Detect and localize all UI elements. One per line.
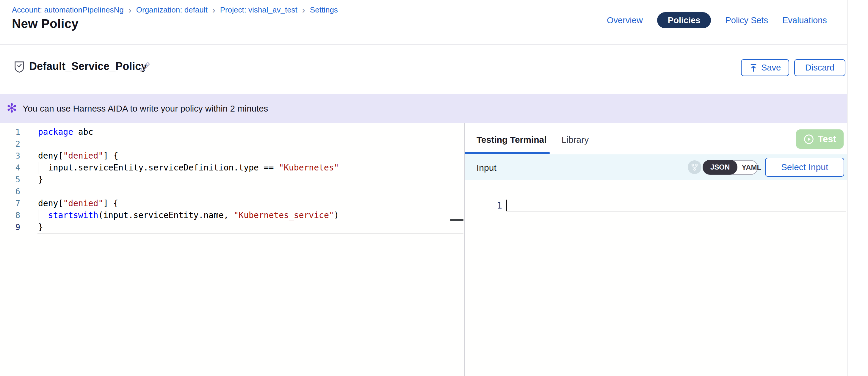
line-number: 3 — [0, 150, 20, 162]
tab-evaluations[interactable]: Evaluations — [782, 15, 827, 25]
line-number: 2 — [0, 138, 20, 150]
policy-nav-tabs: Overview Policies Policy Sets Evaluation… — [607, 12, 827, 29]
save-button[interactable]: Save — [741, 59, 789, 76]
branch-icon[interactable] — [688, 160, 702, 174]
testing-panel-tabs: Testing Terminal Library — [476, 130, 589, 149]
line-number: 5 — [0, 174, 20, 186]
breadcrumb-settings[interactable]: Settings — [310, 5, 338, 14]
chevron-right-icon: › — [212, 6, 215, 14]
page-header: Account: automationPipelinesNg › Organiz… — [0, 0, 847, 44]
breadcrumb-account[interactable]: Account: automationPipelinesNg — [12, 5, 124, 14]
aida-banner-message: You can use Harness AIDA to write your p… — [23, 103, 268, 114]
code-line[interactable]: 1package abc — [0, 126, 463, 138]
tab-policy-sets[interactable]: Policy Sets — [725, 15, 768, 25]
tab-testing-terminal[interactable]: Testing Terminal — [476, 135, 547, 145]
code-text[interactable]: package abc — [38, 126, 93, 138]
page-title: New Policy — [12, 17, 79, 31]
code-line[interactable]: 8 startswith(input.serviceEntity.name, "… — [0, 210, 463, 221]
input-line-number: 1 — [465, 199, 502, 212]
code-line[interactable]: 2 — [0, 138, 463, 150]
overview-ruler-cursor — [451, 219, 463, 221]
code-line[interactable]: 9} — [0, 221, 463, 233]
policy-name: Default_Service_Policy — [29, 60, 147, 72]
code-text[interactable]: deny["denied"] { — [38, 197, 118, 210]
edit-pencil-icon[interactable] — [139, 61, 151, 72]
right-rail — [847, 0, 868, 376]
line-number: 8 — [0, 210, 20, 221]
active-tab-underline — [465, 152, 550, 154]
upload-icon — [749, 63, 757, 72]
line-number: 7 — [0, 197, 20, 210]
play-circle-icon — [803, 134, 814, 145]
code-line[interactable]: 3deny["denied"] { — [0, 150, 463, 162]
tab-policies[interactable]: Policies — [657, 12, 711, 28]
code-lines[interactable]: 1package abc23deny["denied"] {4 input.se… — [0, 126, 463, 233]
aida-flower-icon: ✻ — [6, 101, 17, 116]
breadcrumb: Account: automationPipelinesNg › Organiz… — [12, 5, 338, 14]
code-text[interactable]: startswith(input.serviceEntity.name, "Ku… — [38, 210, 339, 221]
code-line[interactable]: 7deny["denied"] { — [0, 197, 463, 210]
test-button-label: Test — [818, 134, 836, 145]
code-text[interactable]: deny["denied"] { — [38, 150, 118, 162]
line-number: 6 — [0, 186, 20, 197]
save-button-label: Save — [761, 63, 781, 72]
line-number: 4 — [0, 162, 20, 174]
discard-button[interactable]: Discard — [794, 59, 845, 76]
text-cursor — [506, 199, 507, 211]
chevron-right-icon: › — [302, 6, 305, 14]
code-text[interactable]: } — [38, 174, 43, 186]
chevron-right-icon: › — [128, 6, 131, 14]
shield-check-icon — [14, 61, 24, 73]
input-json-editor[interactable]: 1 — [465, 180, 847, 376]
tab-library[interactable]: Library — [562, 135, 589, 145]
format-toggle: JSON YAML — [703, 160, 758, 175]
input-section-title: Input — [476, 163, 496, 173]
line-number: 1 — [0, 126, 20, 138]
code-line[interactable]: 5} — [0, 174, 463, 186]
policy-code-editor[interactable]: 1package abc23deny["denied"] {4 input.se… — [0, 123, 464, 376]
line-number: 9 — [0, 221, 20, 233]
select-input-label: Select Input — [781, 162, 828, 172]
test-button[interactable]: Test — [796, 129, 844, 149]
code-line[interactable]: 6 — [0, 186, 463, 197]
discard-button-label: Discard — [805, 63, 834, 72]
code-text[interactable]: } — [38, 221, 43, 233]
toggle-yaml[interactable]: YAML — [737, 163, 768, 171]
input-section-header: Input JSON YAML Select Input — [465, 154, 847, 180]
breadcrumb-organization[interactable]: Organization: default — [136, 5, 208, 14]
aida-banner: ✻ You can use Harness AIDA to write your… — [0, 94, 847, 123]
breadcrumb-project[interactable]: Project: vishal_av_test — [220, 5, 298, 14]
select-input-button[interactable]: Select Input — [765, 158, 844, 177]
new-policy-page: Account: automationPipelinesNg › Organiz… — [0, 0, 868, 376]
input-current-line[interactable] — [506, 199, 846, 212]
code-text[interactable]: input.serviceEntity.serviceDefinition.ty… — [38, 162, 339, 174]
toggle-json[interactable]: JSON — [703, 160, 737, 175]
code-line[interactable]: 4 input.serviceEntity.serviceDefinition.… — [0, 162, 463, 174]
tab-overview[interactable]: Overview — [607, 15, 643, 25]
